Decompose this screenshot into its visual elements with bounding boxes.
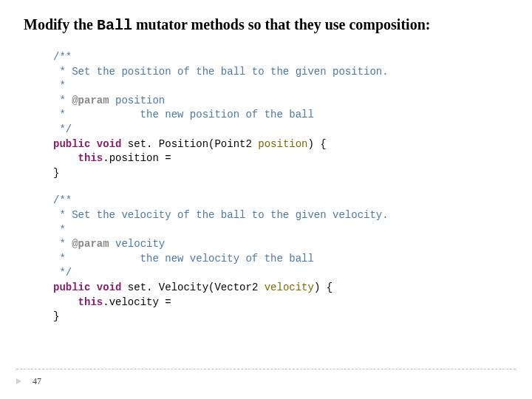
title-pre: Modify the	[24, 16, 97, 33]
method-name: set. Position	[128, 138, 208, 150]
dot: .	[103, 152, 109, 164]
param-name: position	[258, 138, 307, 150]
code-block-1: /** * Set the position of the ball to th…	[53, 50, 508, 180]
indent	[53, 152, 78, 164]
brace: {	[314, 138, 327, 150]
field: position	[109, 152, 159, 164]
field: velocity	[109, 296, 159, 308]
doc-line: *	[53, 224, 66, 236]
doc-line: velocity	[109, 238, 166, 250]
eq: =	[159, 152, 171, 164]
param-name: velocity	[265, 282, 314, 293]
keyword-public: public	[53, 138, 90, 150]
javadoc-tag: @param	[72, 238, 109, 250]
brace: }	[53, 310, 59, 322]
doc-open: /**	[53, 51, 72, 63]
doc-close: */	[53, 267, 72, 279]
code-block-2: /** * Set the velocity of the ball to th…	[53, 194, 508, 324]
keyword-this: this	[78, 296, 103, 308]
title-post: mutator methods so that they use composi…	[132, 16, 431, 33]
keyword-void: void	[97, 282, 122, 293]
slide-title: Modify the Ball mutator methods so that …	[24, 16, 508, 34]
brace: {	[320, 282, 332, 293]
keyword-this: this	[78, 152, 103, 164]
doc-line: position	[109, 95, 166, 106]
param-type: Point2	[214, 138, 251, 150]
eq: =	[159, 296, 171, 308]
keyword-public: public	[53, 282, 90, 293]
param-type: Vector2	[214, 282, 258, 293]
doc-close: */	[53, 123, 72, 135]
doc-line: *	[53, 95, 72, 106]
method-name: set. Velocity	[128, 282, 208, 293]
doc-line: *	[53, 238, 72, 250]
slide: Modify the Ball mutator methods so that …	[0, 0, 532, 399]
doc-line: * Set the velocity of the ball to the gi…	[53, 209, 389, 221]
doc-open: /**	[53, 194, 72, 206]
page-number: 47	[33, 376, 41, 386]
doc-line: * Set the position of the ball to the gi…	[53, 66, 389, 78]
brace: }	[53, 167, 59, 179]
dot: .	[103, 296, 109, 308]
arrow-icon	[16, 378, 21, 384]
keyword-void: void	[97, 138, 122, 150]
doc-line: * the new velocity of the ball	[53, 253, 314, 265]
footer: 47	[16, 369, 516, 387]
javadoc-tag: @param	[72, 95, 109, 106]
paren: )	[308, 138, 314, 150]
indent	[53, 296, 78, 308]
doc-line: * the new position of the ball	[53, 109, 314, 120]
doc-line: *	[53, 80, 66, 92]
title-mono: Ball	[97, 17, 132, 34]
